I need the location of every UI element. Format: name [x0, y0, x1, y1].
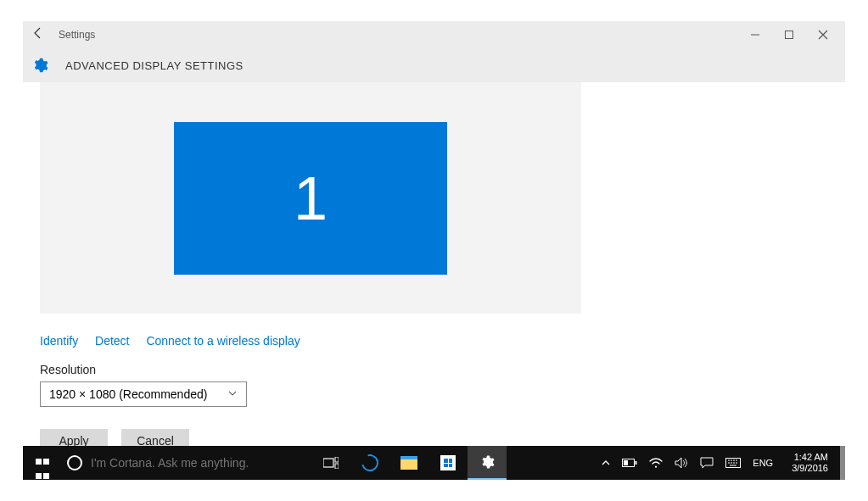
monitor-label: 1 [294, 164, 328, 233]
language-indicator[interactable]: ENG [753, 458, 773, 468]
taskbar: ENG 1:42 AM 3/9/2016 [23, 446, 845, 480]
gear-icon [31, 57, 48, 74]
window-controls [738, 21, 840, 48]
page-header: ADVANCED DISPLAY SETTINGS [23, 48, 845, 82]
connect-wireless-display-link[interactable]: Connect to a wireless display [146, 334, 300, 348]
speaker-icon [675, 457, 688, 469]
keyboard-tray[interactable] [725, 458, 741, 468]
cortana-search[interactable] [62, 446, 311, 480]
close-button[interactable] [806, 21, 840, 48]
task-view-button[interactable] [311, 446, 350, 480]
cortana-icon [67, 455, 82, 470]
detect-link[interactable]: Detect [95, 334, 129, 348]
maximize-button[interactable] [772, 21, 806, 48]
resolution-select[interactable]: 1920 × 1080 (Recommended) [40, 381, 247, 407]
window-title: Settings [59, 29, 95, 41]
page-title: ADVANCED DISPLAY SETTINGS [65, 59, 244, 72]
start-button[interactable] [23, 446, 62, 480]
folder-icon [400, 456, 417, 470]
svg-rect-1 [786, 31, 793, 39]
store-taskbar-button[interactable] [428, 446, 468, 480]
clock[interactable]: 1:42 AM 3/9/2016 [785, 452, 835, 474]
svg-rect-4 [335, 464, 339, 469]
svg-rect-6 [636, 461, 637, 465]
back-button[interactable] [28, 26, 48, 43]
action-center-icon [700, 457, 714, 469]
monitor-preview-area: 1 [40, 82, 581, 314]
keyboard-icon [725, 458, 741, 468]
volume-status[interactable] [675, 457, 688, 469]
svg-rect-7 [624, 460, 628, 465]
resolution-label: Resolution [40, 363, 845, 376]
svg-point-8 [655, 466, 657, 468]
edge-taskbar-button[interactable] [350, 446, 389, 480]
chevron-down-icon [227, 387, 238, 401]
wifi-status[interactable] [649, 458, 663, 468]
wifi-icon [649, 458, 663, 468]
edge-icon [358, 451, 381, 474]
settings-taskbar-button[interactable] [468, 446, 507, 480]
svg-rect-3 [335, 457, 339, 462]
settings-window: Settings ADVANCED DISPLAY SETTINGS 1 [23, 21, 845, 447]
battery-icon [622, 459, 637, 467]
battery-status[interactable] [622, 459, 637, 467]
task-view-icon [323, 457, 339, 469]
resolution-value: 1920 × 1080 (Recommended) [49, 387, 207, 401]
action-center-tray[interactable] [700, 457, 714, 469]
store-icon [440, 455, 456, 470]
cortana-input[interactable] [91, 456, 294, 470]
titlebar: Settings [23, 21, 845, 48]
identify-link[interactable]: Identify [40, 334, 78, 348]
chevron-up-icon [602, 459, 610, 467]
clock-time: 1:42 AM [792, 452, 828, 463]
display-links: Identify Detect Connect to a wireless di… [40, 324, 845, 363]
file-explorer-taskbar-button[interactable] [389, 446, 428, 480]
clock-date: 3/9/2016 [792, 463, 828, 474]
gear-icon [479, 454, 495, 470]
svg-rect-2 [323, 459, 333, 467]
minimize-button[interactable] [738, 21, 772, 48]
tray-chevron-up[interactable] [602, 459, 610, 467]
monitor-1[interactable]: 1 [174, 122, 447, 275]
show-desktop-button[interactable] [840, 446, 845, 480]
system-tray: ENG 1:42 AM 3/9/2016 [596, 446, 840, 480]
windows-logo-icon [36, 456, 49, 470]
